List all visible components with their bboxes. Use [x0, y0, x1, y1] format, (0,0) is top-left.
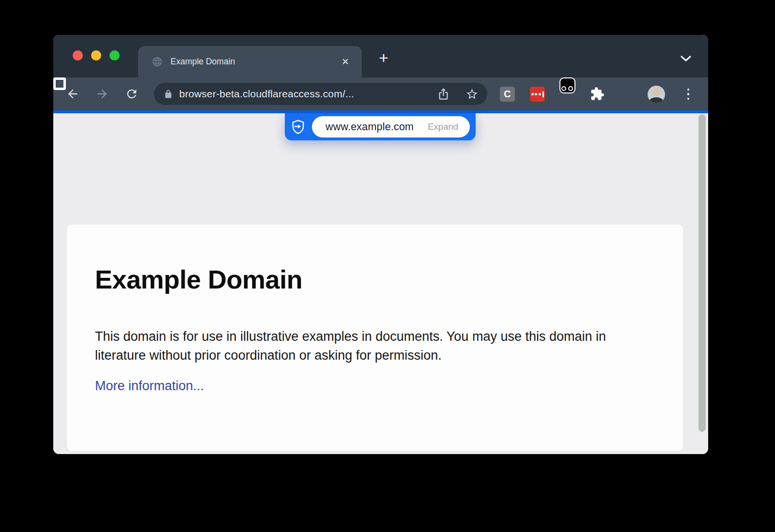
extension-c-icon[interactable]: C [500, 87, 515, 102]
close-window-button[interactable] [73, 50, 83, 61]
extension-c-label: C [504, 89, 511, 100]
zoom-window-button[interactable] [109, 50, 120, 61]
circle-icon [561, 86, 566, 91]
tab-title: Example Domain [170, 57, 338, 67]
dot-icon [535, 93, 537, 95]
share-icon[interactable] [437, 88, 450, 101]
tab-example-domain[interactable]: Example Domain ✕ [138, 46, 362, 77]
tab-close-button[interactable]: ✕ [338, 55, 353, 68]
isolated-url-chip[interactable]: www.example.com Expand [312, 116, 470, 137]
reload-icon [125, 87, 139, 101]
globe-icon [152, 56, 163, 67]
side-panel-icon[interactable] [53, 77, 66, 90]
lock-icon [164, 90, 173, 99]
browser-window: Example Domain ✕ + brows [53, 35, 708, 454]
vertical-scrollbar-thumb[interactable] [698, 114, 706, 432]
toolbar: browser-beta.cloudflareaccess.com/... C [53, 77, 708, 110]
page-heading: Example Domain [95, 264, 302, 294]
dot-icon [687, 89, 690, 91]
example-domain-card: Example Domain This domain is for use in… [67, 225, 683, 451]
extensions-puzzle-icon[interactable] [590, 87, 604, 101]
more-information-link[interactable]: More information... [95, 379, 204, 394]
tab-strip: Example Domain ✕ + [53, 35, 708, 77]
dot-icon [531, 93, 534, 95]
isolated-domain-text: www.example.com [326, 121, 414, 133]
kebab-menu-icon[interactable] [681, 87, 696, 102]
page-viewport: www.example.com Expand Example Domain Th… [53, 113, 708, 454]
address-bar[interactable]: browser-beta.cloudflareaccess.com/... [154, 83, 487, 105]
url-text: browser-beta.cloudflareaccess.com/... [179, 88, 421, 100]
shield-arrow-icon [291, 120, 305, 135]
forward-arrow-icon [95, 87, 109, 101]
desktop: Example Domain ✕ + brows [0, 0, 775, 532]
page-paragraph: This domain is for use in illustrative e… [95, 327, 653, 365]
back-button[interactable] [66, 87, 79, 101]
dot-icon [539, 93, 541, 95]
lens-extension-icon[interactable] [559, 77, 575, 93]
bar-icon [542, 91, 544, 97]
new-tab-button[interactable]: + [373, 47, 394, 69]
forward-button[interactable] [95, 87, 109, 101]
reload-button[interactable] [125, 87, 139, 101]
expand-button[interactable]: Expand [428, 122, 458, 132]
dot-icon [687, 93, 690, 95]
minimize-window-button[interactable] [91, 50, 101, 61]
back-arrow-icon [66, 87, 79, 101]
lastpass-extension-icon[interactable] [530, 87, 545, 102]
profile-avatar[interactable] [648, 86, 665, 103]
dot-icon [687, 98, 690, 100]
circle-icon [568, 86, 573, 91]
bookmark-star-icon[interactable] [465, 88, 479, 101]
chevron-down-icon[interactable] [680, 55, 692, 62]
isolation-domain-pill[interactable]: www.example.com Expand [285, 113, 476, 140]
